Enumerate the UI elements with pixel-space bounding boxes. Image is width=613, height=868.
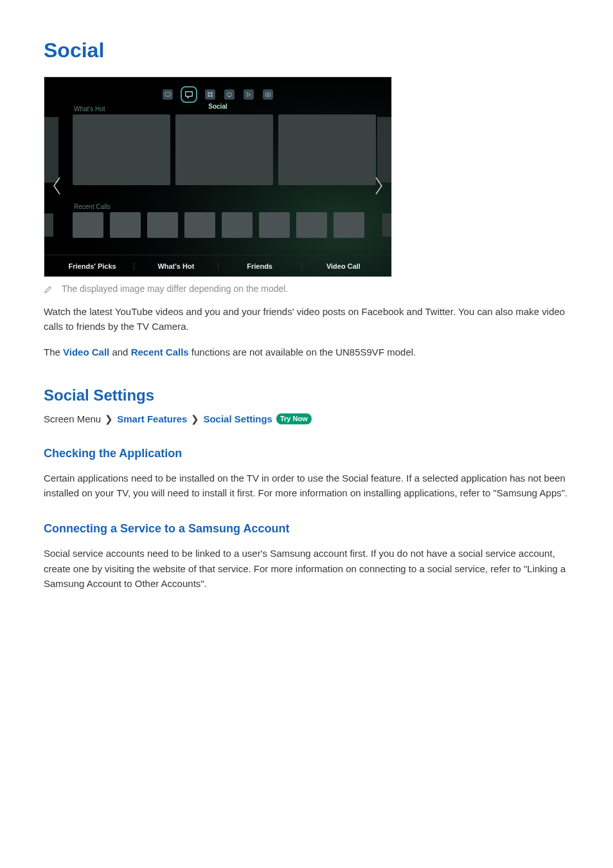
subsection-connecting-service: Connecting a Service to a Samsung Accoun…	[44, 522, 569, 536]
tv-whats-hot-row	[73, 114, 376, 185]
breadcrumb: Screen Menu ❯ Smart Features ❯ Social Se…	[44, 413, 569, 425]
nav-on-tv-icon	[224, 89, 235, 100]
recent-calls-link[interactable]: Recent Calls	[131, 347, 189, 357]
subsection-checking-application: Checking the Application	[44, 447, 569, 460]
tv-content-tile	[147, 212, 178, 238]
svg-rect-4	[211, 95, 213, 97]
paragraph: Social service accounts need to be linke…	[44, 546, 569, 591]
tv-content-tile	[333, 212, 364, 238]
chevron-right-icon	[369, 172, 387, 204]
video-call-link[interactable]: Video Call	[63, 347, 109, 357]
svg-point-8	[267, 94, 269, 96]
tv-content-tile	[73, 114, 170, 185]
tv-screenshot: Social What's Hot Recent Calls	[44, 77, 392, 277]
tv-tile-edge	[382, 213, 391, 237]
svg-rect-1	[208, 92, 209, 94]
tv-content-tile	[296, 212, 327, 238]
tv-bottom-item: Friends	[218, 262, 302, 270]
svg-rect-0	[165, 93, 170, 96]
tv-bottom-bar: Friends' Picks What's Hot Friends Video …	[44, 255, 391, 276]
svg-rect-2	[211, 92, 213, 94]
tv-bottom-item: Friends' Picks	[51, 262, 134, 270]
tv-content-tile	[222, 212, 253, 238]
paragraph: Certain applications need to be installe…	[44, 471, 569, 501]
tv-content-tile	[175, 114, 273, 185]
breadcrumb-social-settings[interactable]: Social Settings	[203, 413, 272, 424]
tv-top-nav	[163, 87, 273, 102]
chevron-right-icon: ❯	[191, 413, 199, 425]
nav-photo-icon	[263, 89, 273, 100]
section-social-settings: Social Settings	[44, 386, 569, 404]
breadcrumb-root: Screen Menu	[44, 413, 101, 424]
tv-content-tile	[278, 114, 376, 185]
svg-rect-5	[227, 93, 231, 96]
tv-content-tile	[110, 212, 141, 238]
tv-section-recent-label: Recent Calls	[74, 203, 111, 210]
pencil-icon	[44, 285, 53, 294]
svg-rect-3	[208, 95, 209, 97]
intro-paragraph-2: The Video Call and Recent Calls function…	[44, 345, 569, 359]
tv-content-tile	[73, 212, 103, 238]
tv-recent-row	[73, 212, 364, 238]
tv-content-tile	[184, 212, 215, 238]
text-fragment: The	[44, 347, 63, 357]
tv-content-tile	[259, 212, 290, 238]
tv-section-whats-hot-label: What's Hot	[74, 105, 105, 113]
note: The displayed image may differ depending…	[44, 284, 569, 294]
intro-paragraph-1: Watch the latest YouTube videos and you …	[44, 304, 569, 334]
chevron-right-icon: ❯	[105, 413, 113, 425]
note-text: The displayed image may differ depending…	[62, 284, 288, 294]
nav-tv-icon	[163, 89, 173, 100]
svg-rect-7	[265, 93, 271, 97]
tv-bottom-item: What's Hot	[134, 262, 218, 270]
chevron-left-icon	[48, 172, 66, 204]
text-fragment: functions are not available on the UN85S…	[189, 347, 416, 357]
nav-social-icon	[182, 87, 196, 102]
tv-bottom-item: Video Call	[302, 262, 385, 270]
tv-tile-edge	[44, 213, 53, 237]
text-fragment: and	[109, 347, 130, 357]
page-title: Social	[44, 39, 569, 62]
nav-play-icon	[244, 89, 254, 100]
breadcrumb-smart-features[interactable]: Smart Features	[117, 413, 187, 424]
nav-apps-icon	[205, 89, 215, 100]
try-now-button[interactable]: Try Now	[276, 413, 312, 424]
